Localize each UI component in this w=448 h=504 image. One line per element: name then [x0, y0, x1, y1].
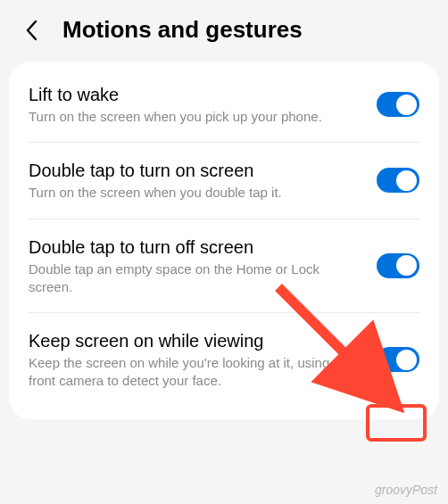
setting-text: Double tap to turn on screen Turn on the…	[29, 159, 377, 202]
settings-card: Lift to wake Turn on the screen when you…	[9, 62, 439, 419]
setting-desc: Turn on the screen when you double tap i…	[29, 184, 364, 202]
setting-title: Keep screen on while viewing	[29, 329, 364, 352]
setting-title: Lift to wake	[29, 83, 364, 106]
setting-text: Keep screen on while viewing Keep the sc…	[29, 329, 377, 391]
back-icon[interactable]	[25, 20, 37, 41]
setting-keep-screen-on[interactable]: Keep screen on while viewing Keep the sc…	[29, 313, 419, 407]
setting-text: Lift to wake Turn on the screen when you…	[29, 83, 377, 126]
setting-title: Double tap to turn on screen	[29, 159, 364, 182]
setting-title: Double tap to turn off screen	[29, 235, 364, 259]
setting-desc: Double tap an empty space on the Home or…	[29, 260, 364, 297]
double-tap-on-toggle[interactable]	[377, 168, 419, 193]
lift-to-wake-toggle[interactable]	[377, 92, 419, 117]
setting-double-tap-off[interactable]: Double tap to turn off screen Double tap…	[29, 219, 419, 314]
page-title: Motions and gestures	[62, 16, 303, 44]
setting-desc: Turn on the screen when you pick up your…	[29, 108, 364, 126]
watermark: groovyPost	[375, 483, 437, 497]
setting-double-tap-on[interactable]: Double tap to turn on screen Turn on the…	[29, 143, 419, 219]
setting-text: Double tap to turn off screen Double tap…	[29, 235, 377, 297]
setting-desc: Keep the screen on while you're looking …	[29, 354, 364, 391]
setting-lift-to-wake[interactable]: Lift to wake Turn on the screen when you…	[29, 67, 419, 143]
keep-screen-toggle[interactable]	[377, 347, 419, 372]
double-tap-off-toggle[interactable]	[377, 253, 419, 278]
header: Motions and gestures	[0, 0, 448, 62]
